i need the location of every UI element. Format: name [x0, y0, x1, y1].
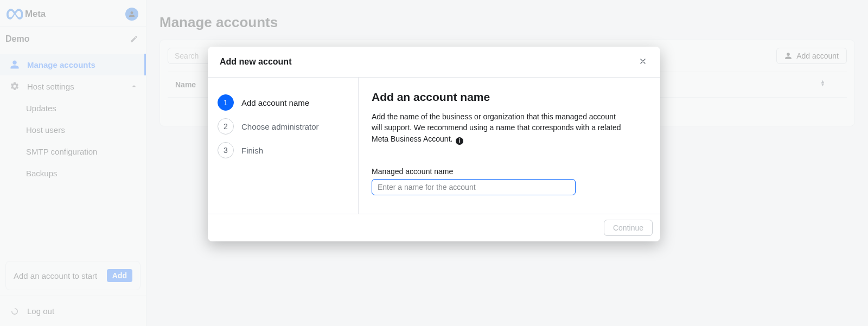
info-icon[interactable]: i	[456, 137, 463, 145]
step-2-label: Choose administrator	[241, 122, 319, 131]
close-button[interactable]	[637, 56, 648, 67]
step-content-title: Add an account name	[372, 91, 647, 104]
modal: Add new account 1 Add account name 2 Cho…	[208, 47, 660, 241]
step-3[interactable]: 3 Finish	[218, 138, 348, 162]
account-name-input[interactable]	[372, 179, 576, 195]
modal-footer: Continue	[208, 214, 660, 241]
modal-header: Add new account	[208, 47, 660, 77]
modal-body: 1 Add account name 2 Choose administrato…	[208, 77, 660, 214]
step-content: Add an account name Add the name of the …	[359, 78, 660, 214]
field-label: Managed account name	[372, 167, 647, 176]
close-icon	[639, 57, 647, 66]
step-3-number: 3	[218, 142, 234, 158]
step-2-number: 2	[218, 118, 234, 135]
step-list: 1 Add account name 2 Choose administrato…	[208, 78, 359, 214]
modal-title: Add new account	[220, 57, 291, 67]
continue-button[interactable]: Continue	[604, 220, 653, 236]
modal-overlay: Add new account 1 Add account name 2 Cho…	[0, 0, 868, 326]
step-content-description-text: Add the name of the business or organiza…	[372, 112, 621, 143]
step-1[interactable]: 1 Add account name	[218, 91, 348, 114]
step-1-label: Add account name	[241, 98, 309, 107]
step-1-number: 1	[218, 94, 234, 111]
step-3-label: Finish	[241, 146, 263, 155]
step-2[interactable]: 2 Choose administrator	[218, 114, 348, 138]
step-content-description: Add the name of the business or organiza…	[372, 111, 621, 144]
